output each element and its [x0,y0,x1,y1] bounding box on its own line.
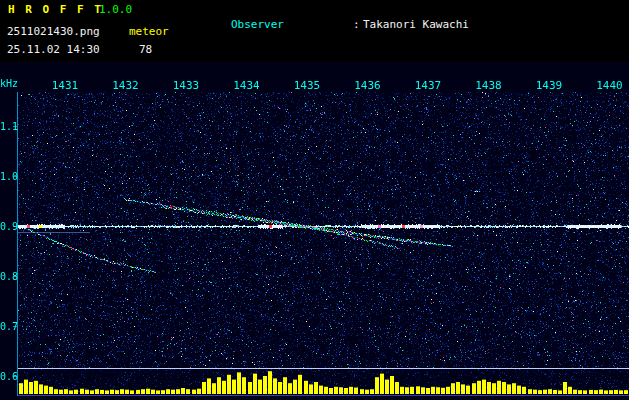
x-tick-label: 1433 [173,79,200,92]
y-tick-label: 0.9 [0,221,16,232]
info-label: Observer [231,18,353,33]
y-tick-label: 0.7 [0,321,16,332]
info-row-observer: Observer:Takanori Kawachi [178,3,601,47]
x-tick-label: 1439 [536,79,563,92]
app-version: 1.0.0 [99,3,132,16]
x-tick-label: 1432 [112,79,139,92]
y-tick-label: 0.8 [0,271,16,282]
y-tick-label: 0.6 [0,371,16,382]
info-value: Takanori Kawachi [363,18,469,31]
x-tick-label: 1434 [233,79,260,92]
x-tick-label: 1431 [52,79,79,92]
datetime-label: 25.11.02 14:30 [7,43,100,56]
spectrogram-canvas [0,62,629,400]
y-tick-label: 1.0 [0,171,16,182]
x-tick-label: 1436 [354,79,381,92]
y-tick-label: 1.1 [0,121,16,132]
y-axis-unit: kHz [0,78,16,89]
x-tick-label: 1438 [475,79,502,92]
colon: : [353,18,363,33]
app-title: H R O F F T [8,3,103,16]
x-tick-label: 1435 [294,79,321,92]
x-tick-label: 1437 [415,79,442,92]
hrofft-window: H R O F F T 1.0.0 2511021430.png meteor … [0,0,629,400]
x-tick-label: 1440 [596,79,623,92]
mode-label: meteor [129,25,169,38]
output-filename: 2511021430.png [7,25,100,38]
echo-count: 78 [139,43,152,56]
